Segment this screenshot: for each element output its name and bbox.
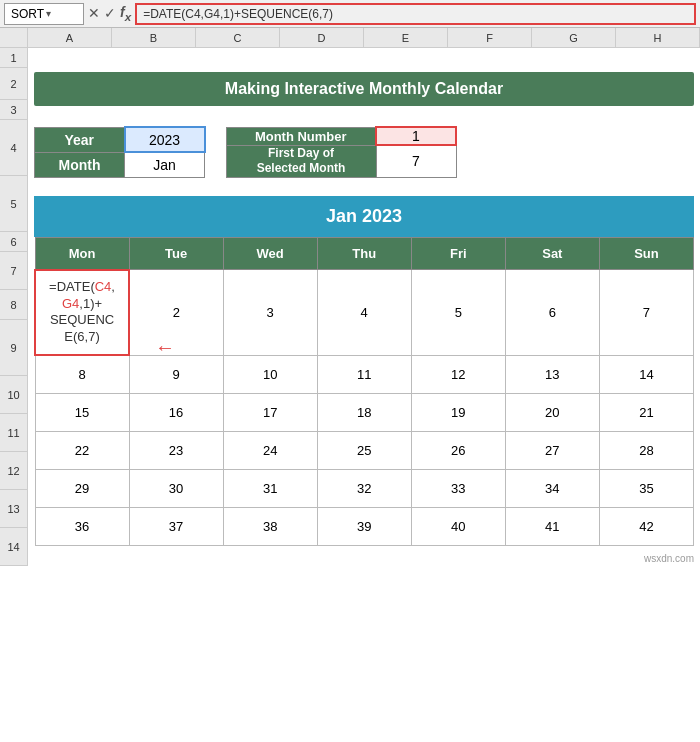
first-day-row: First Day ofSelected Month 7 — [226, 145, 456, 177]
cal-cell-r1c7[interactable]: 7 — [599, 270, 693, 356]
cal-cell-r3c7[interactable]: 21 — [599, 393, 693, 431]
cal-cell-r1c5[interactable]: 5 — [411, 270, 505, 356]
input-section: Year 2023 Month Jan Month Number 1 — [34, 126, 694, 178]
cal-cell-r2c3[interactable]: 10 — [223, 355, 317, 393]
main-content: Making Interactive Monthly Calendar Year… — [28, 48, 700, 566]
col-header-e[interactable]: E — [364, 28, 448, 47]
watermark: wsxdn.com — [644, 553, 694, 564]
cal-cell-r4c2[interactable]: 23 — [129, 431, 223, 469]
calendar-title: Making Interactive Monthly Calendar — [34, 72, 694, 106]
cal-cell-r6c4[interactable]: 39 — [317, 507, 411, 545]
col-header-g[interactable]: G — [532, 28, 616, 47]
col-header-d[interactable]: D — [280, 28, 364, 47]
cal-cell-r6c1[interactable]: 36 — [35, 507, 129, 545]
day-header-wed: Wed — [223, 237, 317, 270]
cal-cell-r6c2[interactable]: 37 — [129, 507, 223, 545]
row-6 — [34, 180, 694, 190]
col-header-f[interactable]: F — [448, 28, 532, 47]
row-header-8: 8 — [0, 290, 27, 320]
cal-cell-r3c1[interactable]: 15 — [35, 393, 129, 431]
cal-cell-r2c1[interactable]: 8 — [35, 355, 129, 393]
first-day-value[interactable]: 7 — [376, 145, 456, 177]
formula-input[interactable]: =DATE(C4,G4,1)+SEQUENCE(6,7) — [137, 5, 339, 23]
calendar-row-6: 36 37 38 39 40 41 42 — [35, 507, 694, 545]
cal-cell-r4c3[interactable]: 24 — [223, 431, 317, 469]
row-headers: 1 2 3 4 5 6 7 8 9 10 11 12 13 14 — [0, 48, 28, 566]
cal-cell-r3c5[interactable]: 19 — [411, 393, 505, 431]
cal-cell-r2c4[interactable]: 11 — [317, 355, 411, 393]
cal-cell-r4c7[interactable]: 28 — [599, 431, 693, 469]
cal-cell-r6c5[interactable]: 40 — [411, 507, 505, 545]
cal-cell-r5c6[interactable]: 34 — [505, 469, 599, 507]
col-header-c[interactable]: C — [196, 28, 280, 47]
formula-cell[interactable]: =DATE(C4, G4,1)+ SEQUENC E(6,7) — [35, 270, 129, 356]
cal-cell-r5c4[interactable]: 32 — [317, 469, 411, 507]
cal-cell-r3c3[interactable]: 17 — [223, 393, 317, 431]
month-number-label: Month Number — [226, 127, 376, 145]
cal-cell-r1c4[interactable]: 4 — [317, 270, 411, 356]
calendar-section: Mon Tue Wed Thu Fri Sat Sun — [34, 237, 694, 546]
row-header-1: 1 — [0, 48, 27, 68]
formula-bar: SORT ▾ ✕ ✓ fx =DATE(C4,G4,1)+SEQUENCE(6,… — [0, 0, 700, 28]
cal-cell-r6c6[interactable]: 41 — [505, 507, 599, 545]
first-day-label: First Day ofSelected Month — [226, 145, 376, 177]
month-value[interactable]: Jan — [125, 152, 205, 177]
function-icon[interactable]: fx — [120, 4, 131, 23]
day-headers-row: Mon Tue Wed Thu Fri Sat Sun — [35, 237, 694, 270]
day-header-tue: Tue — [129, 237, 223, 270]
name-box-arrow[interactable]: ▾ — [46, 8, 51, 19]
row-header-9: 9 — [0, 320, 27, 376]
cal-cell-r3c4[interactable]: 18 — [317, 393, 411, 431]
cal-cell-r1c3[interactable]: 3 — [223, 270, 317, 356]
name-box-value: SORT — [11, 7, 44, 21]
cal-cell-r4c6[interactable]: 27 — [505, 431, 599, 469]
cal-cell-r5c3[interactable]: 31 — [223, 469, 317, 507]
cal-cell-r3c2[interactable]: 16 — [129, 393, 223, 431]
cal-cell-r1c6[interactable]: 6 — [505, 270, 599, 356]
calendar-grid: Mon Tue Wed Thu Fri Sat Sun — [34, 237, 694, 546]
cal-cell-r2c2[interactable]: 9 — [129, 355, 223, 393]
year-row: Year 2023 — [35, 127, 205, 152]
col-header-a[interactable]: A — [28, 28, 112, 47]
cal-cell-r5c2[interactable]: 30 — [129, 469, 223, 507]
col-header-b[interactable]: B — [112, 28, 196, 47]
right-input-table: Month Number 1 First Day ofSelected Mont… — [226, 126, 458, 178]
name-box[interactable]: SORT ▾ — [4, 3, 84, 25]
cal-cell-r4c4[interactable]: 25 — [317, 431, 411, 469]
calendar-row-5: 29 30 31 32 33 34 35 — [35, 469, 694, 507]
cal-cell-r2c6[interactable]: 13 — [505, 355, 599, 393]
row-header-14: 14 — [0, 528, 27, 566]
corner-cell — [0, 28, 28, 47]
cal-cell-r1c2[interactable]: 2 — [129, 270, 223, 356]
row-header-2: 2 — [0, 68, 27, 100]
row-header-6: 6 — [0, 232, 27, 252]
month-row: Month Jan — [35, 152, 205, 177]
cal-cell-r2c7[interactable]: 14 — [599, 355, 693, 393]
calendar-row-1: =DATE(C4, G4,1)+ SEQUENC E(6,7) 2 3 4 5 … — [35, 270, 694, 356]
month-number-value[interactable]: 1 — [376, 127, 456, 145]
cal-cell-r5c7[interactable]: 35 — [599, 469, 693, 507]
confirm-icon[interactable]: ✓ — [104, 5, 116, 21]
cal-cell-r4c5[interactable]: 26 — [411, 431, 505, 469]
row-1 — [34, 48, 694, 68]
cal-cell-r3c6[interactable]: 20 — [505, 393, 599, 431]
cal-cell-r2c5[interactable]: 12 — [411, 355, 505, 393]
day-header-sun: Sun — [599, 237, 693, 270]
calendar-row-4: 22 23 24 25 26 27 28 — [35, 431, 694, 469]
row-header-3: 3 — [0, 100, 27, 120]
cancel-icon[interactable]: ✕ — [88, 5, 100, 21]
row-3 — [34, 106, 694, 126]
row-header-12: 12 — [0, 452, 27, 490]
cal-cell-r5c1[interactable]: 29 — [35, 469, 129, 507]
cal-cell-r4c1[interactable]: 22 — [35, 431, 129, 469]
calendar-row-2: 8 9 10 11 12 13 14 — [35, 355, 694, 393]
year-label: Year — [35, 127, 125, 152]
month-number-row: Month Number 1 — [226, 127, 456, 145]
cal-cell-r6c7[interactable]: 42 — [599, 507, 693, 545]
cal-cell-r5c5[interactable]: 33 — [411, 469, 505, 507]
red-arrow-indicator: ← — [155, 336, 175, 359]
day-header-thu: Thu — [317, 237, 411, 270]
cal-cell-r6c3[interactable]: 38 — [223, 507, 317, 545]
year-value[interactable]: 2023 — [125, 127, 205, 152]
col-header-h[interactable]: H — [616, 28, 700, 47]
